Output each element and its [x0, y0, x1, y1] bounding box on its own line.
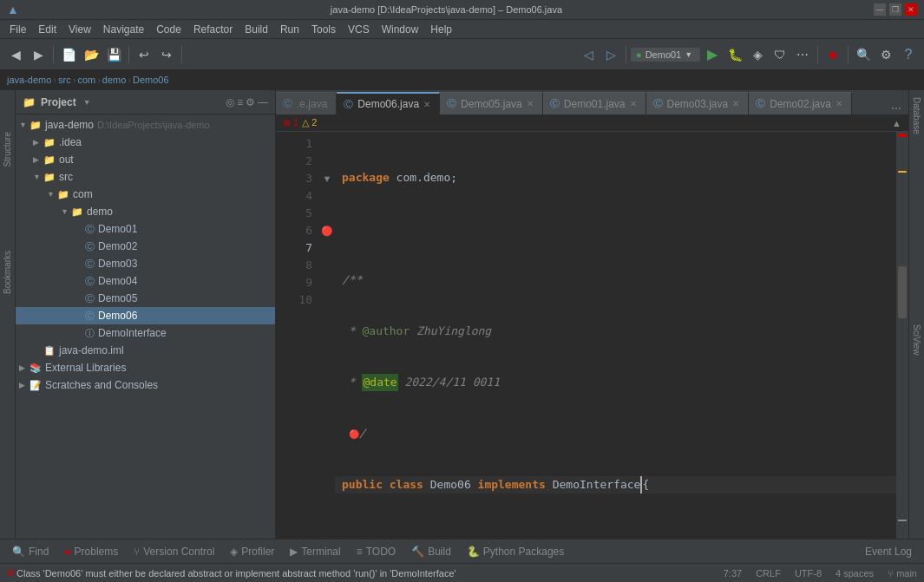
menu-item-help[interactable]: Help	[424, 22, 458, 37]
demo02-tab-close[interactable]: ✕	[836, 99, 842, 108]
todo-tool[interactable]: ≡ TODO	[350, 543, 403, 560]
tab-demo05[interactable]: Ⓒ Demo05.java ✕	[440, 92, 543, 114]
tree-item-demo02[interactable]: Ⓒ Demo02	[16, 238, 275, 255]
menu-item-window[interactable]: Window	[376, 22, 425, 37]
python-packages-tool[interactable]: 🐍 Python Packages	[460, 543, 571, 560]
idea-folder-icon: 📁	[43, 137, 56, 148]
tree-item-com[interactable]: ▼ 📁 com	[16, 186, 275, 203]
close-button[interactable]: ✕	[905, 3, 917, 16]
tree-item-demo05[interactable]: Ⓒ Demo05	[16, 290, 275, 307]
scroll-up-btn[interactable]: ▲	[892, 118, 901, 128]
coverage-button[interactable]: 🛡	[770, 44, 790, 65]
find-tool[interactable]: 🔍 Find	[5, 543, 56, 560]
menu-item-edit[interactable]: Edit	[32, 22, 62, 37]
menu-item-file[interactable]: File	[3, 22, 32, 37]
maximize-button[interactable]: ❐	[889, 3, 901, 16]
breadcrumb-demo[interactable]: demo	[102, 75, 127, 85]
build-tool[interactable]: 🔨 Build	[404, 543, 458, 560]
bookmarks-tab[interactable]: Bookmarks	[0, 244, 15, 301]
left-sidebar: Structure Bookmarks	[0, 90, 16, 539]
tab-demo01[interactable]: Ⓒ Demo01.java ✕	[543, 92, 646, 114]
database-tab[interactable]: Database	[909, 90, 924, 141]
open-button[interactable]: 📂	[81, 44, 102, 65]
line-ending[interactable]: CRLF	[756, 568, 781, 579]
help-button[interactable]: ?	[898, 44, 919, 65]
tree-item-scratches[interactable]: ▶ 📝 Scratches and Consoles	[16, 376, 275, 394]
breadcrumb-demo06[interactable]: Demo06	[133, 75, 169, 85]
breadcrumb-java-demo[interactable]: java-demo	[7, 75, 51, 85]
bottom-toolbar-right: Event Log	[858, 543, 919, 560]
debug-button[interactable]: 🐛	[724, 44, 745, 65]
tab-overflow-button[interactable]: ⋯	[884, 102, 908, 114]
tree-item-demo[interactable]: ▼ 📁 demo	[16, 203, 275, 220]
tree-item-iml[interactable]: 📋 java-demo.iml	[16, 342, 275, 359]
scrollbar-thumb[interactable]	[898, 266, 907, 318]
panel-dropdown-icon[interactable]: ▼	[83, 98, 91, 107]
title-bar-controls[interactable]: — ❐ ✕	[874, 3, 917, 16]
code-editor[interactable]: package com.demo; /** * @author ZhuYingl…	[335, 132, 896, 539]
profile-button[interactable]: ◈	[747, 44, 768, 65]
structure-tab[interactable]: Structure	[0, 125, 15, 174]
version-control-tool[interactable]: ⑂ Version Control	[127, 543, 221, 560]
run-button[interactable]: ▶	[702, 44, 723, 65]
demo05-tab-close[interactable]: ✕	[527, 99, 534, 108]
nav-back-button[interactable]: ◁	[578, 44, 599, 65]
panel-hide-button[interactable]: —	[258, 96, 268, 108]
save-button[interactable]: 💾	[103, 44, 124, 65]
tree-item-demo03[interactable]: Ⓒ Demo03	[16, 255, 275, 272]
demo01-tab-close[interactable]: ✕	[630, 99, 637, 108]
undo-button[interactable]: ↩	[134, 44, 154, 65]
demo03-tab-close[interactable]: ✕	[732, 99, 739, 108]
minimize-button[interactable]: —	[874, 3, 886, 16]
run-config-selector[interactable]: ● Demo01 ▼	[631, 48, 700, 62]
vcs-branch[interactable]: ⑂ main	[888, 568, 917, 579]
tree-item-extlib[interactable]: ▶ 📚 External Libraries	[16, 359, 275, 376]
terminal-tool[interactable]: ▶ Terminal	[283, 543, 347, 560]
tree-item-java-demo[interactable]: ▼ 📁 java-demo D:\IdeaProjects\java-demo	[16, 116, 275, 134]
tab-demo03[interactable]: Ⓒ Demo03.java ✕	[646, 92, 750, 114]
menu-item-tools[interactable]: Tools	[305, 22, 342, 37]
tree-item-demo04[interactable]: Ⓒ Demo04	[16, 272, 275, 290]
tree-item-demo01[interactable]: Ⓒ Demo01	[16, 220, 275, 238]
settings-button[interactable]: ⚙	[875, 44, 896, 65]
stop-button[interactable]: ■	[822, 44, 843, 65]
sciview-tab[interactable]: SciView	[909, 317, 924, 362]
menu-item-view[interactable]: View	[62, 22, 97, 37]
tree-item-out[interactable]: ▶ 📁 out	[16, 151, 275, 168]
tree-item-demointerface[interactable]: Ⓘ DemoInterface	[16, 324, 275, 342]
menu-item-navigate[interactable]: Navigate	[97, 22, 150, 37]
forward-button[interactable]: ▶	[28, 44, 49, 65]
demo06-tab-close[interactable]: ✕	[423, 100, 430, 109]
cursor-position[interactable]: 7:37	[724, 568, 742, 579]
panel-locate-button[interactable]: ◎	[226, 96, 234, 108]
profiler-tool[interactable]: ◈ Profiler	[223, 543, 281, 560]
tab-partial[interactable]: Ⓒ .e.java	[276, 92, 337, 114]
more-run-button[interactable]: ⋯	[792, 44, 813, 65]
nav-forward-button[interactable]: ▷	[600, 44, 621, 65]
panel-settings-button[interactable]: ⚙	[246, 96, 255, 108]
demo02-tab-label: Demo02.java	[770, 98, 831, 110]
breadcrumb-com[interactable]: com	[77, 75, 95, 85]
tree-item-src[interactable]: ▼ 📁 src	[16, 168, 275, 186]
breadcrumb-src[interactable]: src	[58, 75, 71, 85]
indent-setting[interactable]: 4 spaces	[836, 568, 874, 579]
tab-demo06[interactable]: Ⓒ Demo06.java ✕	[337, 92, 440, 114]
menu-item-code[interactable]: Code	[150, 22, 187, 37]
new-file-button[interactable]: 📄	[58, 44, 79, 65]
project-tree[interactable]: ▼ 📁 java-demo D:\IdeaProjects\java-demo …	[16, 114, 275, 539]
problems-tool[interactable]: ● Problems	[57, 543, 125, 560]
line-numbers: 1 2 3 4 5 6 7 8 9 10	[276, 132, 319, 539]
menu-item-run[interactable]: Run	[274, 22, 305, 37]
back-button[interactable]: ◀	[5, 44, 26, 65]
redo-button[interactable]: ↪	[156, 44, 177, 65]
tab-demo02[interactable]: Ⓒ Demo02.java ✕	[749, 92, 852, 114]
encoding[interactable]: UTF-8	[795, 568, 822, 579]
panel-collapse-button[interactable]: ≡	[237, 96, 243, 108]
event-log-tool[interactable]: Event Log	[858, 543, 919, 560]
tree-item-demo06[interactable]: Ⓒ Demo06	[16, 307, 275, 324]
search-everywhere-button[interactable]: 🔍	[853, 44, 874, 65]
tree-item-idea[interactable]: ▶ 📁 .idea	[16, 134, 275, 151]
menu-item-vcs[interactable]: VCS	[342, 22, 376, 37]
menu-item-build[interactable]: Build	[239, 22, 274, 37]
menu-item-refactor[interactable]: Refactor	[187, 22, 239, 37]
